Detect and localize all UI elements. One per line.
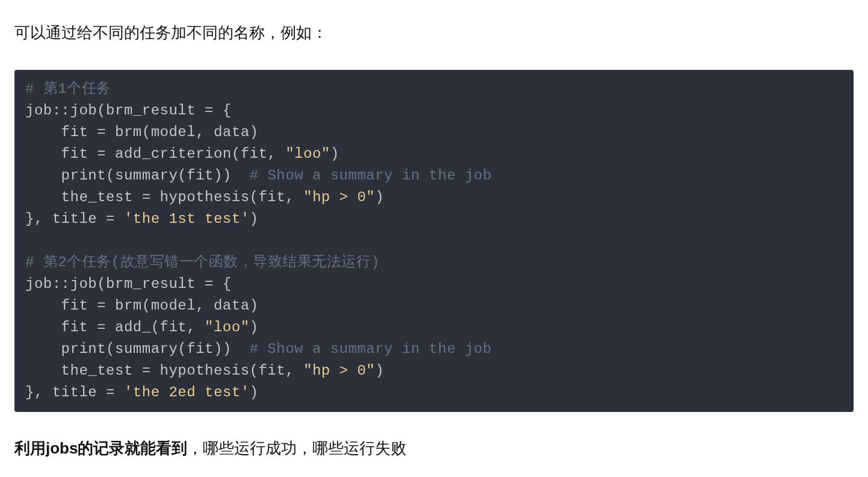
code-line: print(summary(fit)) [25, 167, 250, 184]
code-line: ) [250, 319, 259, 335]
code-line: }, title = [25, 211, 124, 227]
code-string: 'the 2ed test' [124, 384, 250, 401]
code-comment: # 第2个任务(故意写错一个函数，导致结果无法运行) [25, 254, 380, 270]
code-string: "loo" [205, 319, 250, 335]
code-string: 'the 1st test' [124, 211, 250, 227]
outro-paragraph: 利用jobs的记录就能看到，哪些运行成功，哪些运行失败 [14, 436, 854, 461]
intro-paragraph: 可以通过给不同的任务加不同的名称，例如： [14, 20, 854, 46]
code-line: job::job(brm_result = { [25, 102, 232, 119]
document-page: 可以通过给不同的任务加不同的名称，例如： # 第1个任务 job::job(br… [0, 0, 868, 477]
code-line: }, title = [25, 384, 124, 401]
code-comment: # 第1个任务 [25, 81, 111, 97]
outro-rest: ，哪些运行成功，哪些运行失败 [187, 439, 406, 457]
code-line: ) [330, 146, 339, 162]
code-line: fit = add_criterion(fit, [25, 146, 285, 162]
code-line: fit = brm(model, data) [25, 124, 258, 140]
code-string: "loo" [285, 146, 330, 162]
code-comment: # Show a summary in the job [250, 167, 492, 184]
code-line: fit = add_(fit, [25, 319, 205, 335]
code-line: the_test = hypothesis(fit, [25, 363, 303, 379]
outro-bold: 利用jobs的记录就能看到 [14, 439, 187, 457]
code-line: ) [250, 211, 259, 227]
code-block: # 第1个任务 job::job(brm_result = { fit = br… [14, 70, 854, 412]
code-line: ) [250, 384, 259, 401]
code-line: job::job(brm_result = { [25, 276, 232, 292]
code-line: print(summary(fit)) [25, 341, 250, 357]
code-string: "hp > 0" [303, 363, 375, 379]
code-line: ) [375, 363, 384, 379]
code-line: the_test = hypothesis(fit, [25, 189, 303, 205]
code-comment: # Show a summary in the job [250, 341, 492, 357]
code-blank-line [25, 232, 34, 249]
code-string: "hp > 0" [303, 189, 375, 205]
code-line: ) [375, 189, 384, 205]
code-line: fit = brm(model, data) [25, 298, 258, 314]
